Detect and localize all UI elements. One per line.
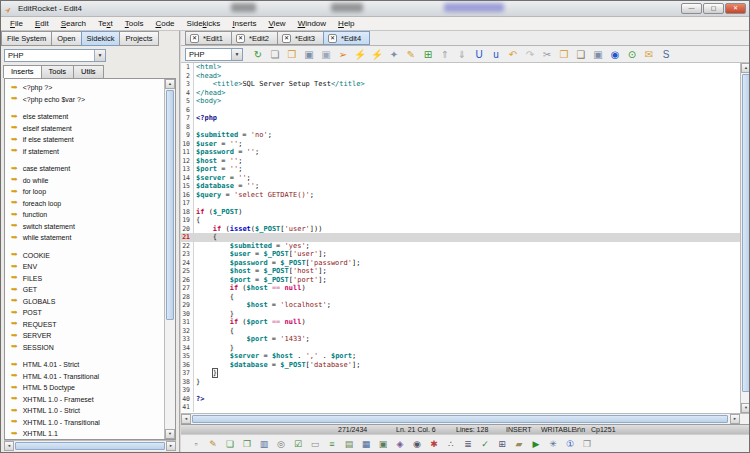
- menu-help[interactable]: Help: [332, 17, 360, 30]
- close-tab-icon[interactable]: ✕: [328, 34, 337, 43]
- code-editor[interactable]: 1<html>2<head>3 <title>SQL Server Setup …: [181, 63, 750, 413]
- menu-file[interactable]: File: [4, 17, 29, 30]
- preview-icon[interactable]: ▦: [359, 437, 373, 451]
- markup-list-icon[interactable]: ≡: [325, 437, 339, 451]
- undo-icon[interactable]: ↶: [506, 47, 520, 62]
- colors-icon[interactable]: ✱: [427, 437, 441, 451]
- sidebar-tab-tools[interactable]: Tools: [41, 65, 75, 78]
- insert-item-while-statement[interactable]: ➥while statement: [5, 232, 175, 244]
- mail-icon[interactable]: ✉: [642, 47, 656, 62]
- tasks-icon[interactable]: ✓: [478, 437, 492, 451]
- insert-item-session[interactable]: ➥SESSION: [5, 342, 175, 354]
- stats-icon[interactable]: ∴: [444, 437, 458, 451]
- globe-icon[interactable]: ◉: [608, 47, 622, 62]
- cut-icon[interactable]: ✂: [540, 47, 554, 62]
- compare-icon[interactable]: ◈: [393, 437, 407, 451]
- format-icon[interactable]: ✎: [404, 47, 418, 62]
- insert-item-xhtml-1-1[interactable]: ➥XHTML 1.1: [5, 428, 175, 440]
- highlight-alt-icon[interactable]: ⚡: [370, 47, 384, 62]
- scroll-down-icon[interactable]: ▼: [165, 429, 175, 439]
- insert-item-xhtml-1-0-transitional[interactable]: ➥XHTML 1.0 - Transitional: [5, 417, 175, 429]
- function-list-icon[interactable]: ▣: [376, 437, 390, 451]
- uppercase-icon[interactable]: U: [472, 47, 486, 62]
- minimize-button[interactable]: —: [681, 3, 702, 14]
- insert-item-for-loop[interactable]: ➥for loop: [5, 186, 175, 198]
- database-icon[interactable]: ▰: [512, 437, 526, 451]
- ftp-icon[interactable]: S: [659, 47, 673, 62]
- menu-view[interactable]: View: [262, 17, 291, 30]
- insert-item-if-statement[interactable]: ➥if statement: [5, 146, 175, 158]
- menu-edit[interactable]: Edit: [29, 17, 55, 30]
- scroll-left-icon[interactable]: ◄: [4, 441, 14, 451]
- sidebar-language-select[interactable]: PHP ▼: [4, 49, 106, 62]
- pencil-edit-icon[interactable]: ✎: [206, 437, 220, 451]
- menu-window[interactable]: Window: [292, 17, 332, 30]
- record-target-icon[interactable]: ◎: [274, 437, 288, 451]
- console-icon[interactable]: ▭: [308, 437, 322, 451]
- menu-tools[interactable]: Tools: [119, 17, 150, 30]
- insert-item-switch-statement[interactable]: ➥switch statement: [5, 221, 175, 233]
- insert-item-html-5-doctype[interactable]: ➥HTML 5 Doctype: [5, 382, 175, 394]
- open-folder-icon[interactable]: ❒: [285, 47, 299, 62]
- open-button[interactable]: Open: [51, 31, 81, 46]
- launch-icon[interactable]: ➢: [336, 47, 350, 62]
- tree-view-icon[interactable]: ≣: [461, 437, 475, 451]
- highlight-icon[interactable]: ⚡: [353, 47, 367, 62]
- insert-item-html-4-01-transitional[interactable]: ➥HTML 4.01 - Transitional: [5, 371, 175, 383]
- paste-icon[interactable]: ❑: [574, 47, 588, 62]
- run-dot-icon[interactable]: ⊙: [625, 47, 639, 62]
- maximize-button[interactable]: ▢: [703, 3, 724, 14]
- insert-item-html-4-01-strict[interactable]: ➥HTML 4.01 - Strict: [5, 359, 175, 371]
- insert-item-env[interactable]: ➥ENV: [5, 261, 175, 273]
- menu-text[interactable]: Text: [92, 17, 119, 30]
- projects-button[interactable]: Projects: [119, 31, 158, 46]
- search-highlight-icon[interactable]: ✦: [387, 47, 401, 62]
- insert-item-server[interactable]: ➥SERVER: [5, 330, 175, 342]
- tab-edit2[interactable]: ✕*Edit2: [231, 31, 278, 45]
- scroll-down-icon[interactable]: ▼: [741, 403, 750, 413]
- menu-sidekicks[interactable]: Sidekicks: [181, 17, 227, 30]
- redo-icon[interactable]: ↷: [523, 47, 537, 62]
- insert-item-php-echo-var[interactable]: ➥<?php echo $var ?>: [5, 94, 175, 106]
- insert-item-xhtml-1-0-frameset[interactable]: ➥XHTML 1.0 - Frameset: [5, 394, 175, 406]
- new-file-icon[interactable]: ❏: [268, 47, 282, 62]
- copy-icon[interactable]: ❐: [557, 47, 571, 62]
- editor-vertical-scrollbar[interactable]: ▲ ▼: [740, 63, 750, 413]
- insert-item-function[interactable]: ➥function: [5, 209, 175, 221]
- insert-item-else-statement[interactable]: ➥else statement: [5, 111, 175, 123]
- scroll-left-icon[interactable]: ◄: [181, 414, 191, 424]
- sidebar-vertical-scrollbar[interactable]: ▲ ▼: [164, 79, 175, 439]
- freeze-icon[interactable]: ✳: [546, 437, 560, 451]
- editor-language-select[interactable]: PHP ▼: [185, 48, 243, 61]
- insert-item-post[interactable]: ➥POST: [5, 307, 175, 319]
- scroll-right-icon[interactable]: ►: [730, 414, 740, 424]
- save-icon[interactable]: ▣: [302, 47, 316, 62]
- close-tab-icon[interactable]: ✕: [190, 34, 199, 43]
- close-tab-icon[interactable]: ✕: [282, 34, 291, 43]
- close-tab-icon[interactable]: ✕: [236, 34, 245, 43]
- file-system-button[interactable]: File System: [1, 31, 52, 46]
- validate-check-icon[interactable]: ☑: [291, 437, 305, 451]
- scroll-up-icon[interactable]: ▲: [741, 63, 750, 73]
- lowercase-icon[interactable]: u: [489, 47, 503, 62]
- tab-edit3[interactable]: ✕*Edit3: [277, 31, 324, 45]
- sidebar-horizontal-scrollbar[interactable]: ◄ ►: [4, 440, 176, 451]
- insert-item-xhtml-1-0-strict[interactable]: ➥XHTML 1.0 - Strict: [5, 405, 175, 417]
- clone-icon[interactable]: ❐: [580, 437, 594, 451]
- tab-edit4[interactable]: ✕*Edit4: [323, 31, 370, 45]
- insert-item-elseif-statement[interactable]: ➥elseif statement: [5, 123, 175, 135]
- window-icon[interactable]: ▣: [591, 47, 605, 62]
- structure-icon[interactable]: ⊞: [495, 437, 509, 451]
- sidebar-tab-utils[interactable]: Utils: [73, 65, 104, 78]
- menu-inserts[interactable]: Inserts: [226, 17, 262, 30]
- scroll-up-icon[interactable]: ▲: [165, 79, 175, 89]
- editor-window-icon[interactable]: ❏: [223, 437, 237, 451]
- menu-code[interactable]: Code: [149, 17, 180, 30]
- sidekick-button[interactable]: Sidekick: [81, 31, 121, 46]
- refresh-icon[interactable]: ↻: [251, 47, 265, 62]
- menu-search[interactable]: Search: [55, 17, 92, 30]
- split-view-icon[interactable]: ▥: [257, 437, 271, 451]
- close-button[interactable]: ✕: [725, 3, 746, 14]
- save-as-icon[interactable]: ▣: [319, 47, 333, 62]
- new-window-icon[interactable]: ❐: [240, 437, 254, 451]
